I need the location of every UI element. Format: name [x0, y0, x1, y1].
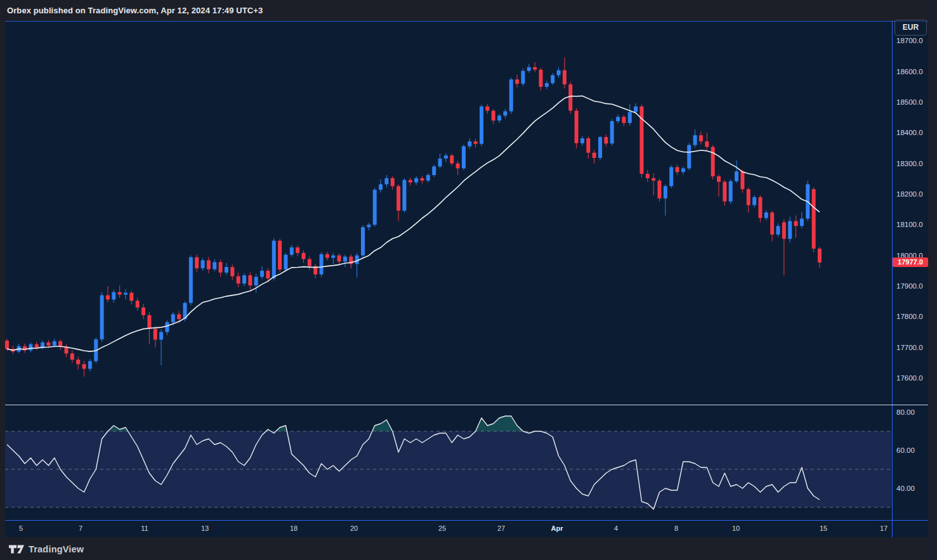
candle-body — [219, 262, 223, 272]
chart-canvas[interactable] — [0, 0, 937, 560]
candle-body — [302, 253, 306, 259]
candle-body — [361, 227, 365, 255]
time-tick-label: 10 — [732, 524, 740, 533]
candle-body — [432, 167, 436, 176]
candle-body — [711, 147, 715, 176]
candle-body — [480, 107, 483, 144]
candle-body — [444, 155, 448, 159]
candle-body — [568, 84, 572, 111]
candle-body — [5, 341, 9, 349]
candle-body — [515, 79, 519, 84]
candle-body — [735, 171, 738, 181]
candle-body — [201, 260, 205, 268]
candle-body — [521, 71, 525, 84]
candle-body — [165, 322, 169, 332]
candle-body — [171, 314, 175, 322]
candle-body — [230, 267, 234, 276]
candle-body — [147, 315, 151, 329]
candle-body — [421, 178, 424, 181]
price-tick-label: 17900.0 — [896, 282, 923, 290]
candle-body — [740, 171, 744, 189]
candle-body — [758, 197, 762, 218]
candle-body — [272, 241, 276, 278]
candle-body — [492, 111, 495, 120]
candle-body — [462, 147, 466, 169]
time-tick-label: 7 — [79, 524, 82, 533]
candle-body — [593, 153, 596, 158]
candle-body — [776, 226, 780, 235]
candle-body — [189, 257, 193, 303]
candle-body — [687, 145, 691, 169]
price-tick-label: 18200.0 — [896, 190, 923, 199]
last-price-label: 17977.0 — [893, 257, 928, 267]
candle-body — [337, 256, 341, 262]
candle-body — [752, 197, 756, 205]
candle-body — [681, 168, 685, 172]
candle-body — [551, 75, 554, 84]
candle-body — [509, 79, 513, 111]
candle-body — [118, 292, 122, 295]
candle-body — [177, 314, 181, 319]
candle-body — [46, 342, 50, 346]
time-axis-border — [5, 520, 928, 521]
candle-body — [213, 262, 216, 269]
candle-body — [266, 271, 270, 278]
candle-body — [402, 180, 406, 211]
candle-body — [325, 254, 329, 258]
candle-body — [485, 107, 489, 111]
candle-body — [367, 225, 370, 227]
candle-body — [438, 159, 442, 167]
candle-body — [260, 271, 264, 277]
time-tick-label: 13 — [201, 524, 209, 533]
rsi-pane[interactable] — [5, 416, 891, 509]
moving-average-line — [7, 96, 820, 351]
candle-body — [195, 257, 199, 268]
pane-separator[interactable] — [5, 405, 928, 405]
candle-body — [426, 175, 430, 181]
candle-body — [800, 219, 804, 226]
candle-body — [474, 141, 478, 144]
time-tick-label: 27 — [497, 524, 505, 533]
candle-body — [225, 267, 228, 273]
candle-body — [669, 167, 673, 186]
candle-body — [747, 189, 750, 205]
candle-body — [639, 107, 643, 174]
time-tick-label: Apr — [551, 524, 563, 533]
time-tick-label: 5 — [19, 524, 23, 533]
candle-body — [646, 174, 650, 178]
candle-body — [705, 141, 709, 147]
price-tick-label: 17600.0 — [896, 374, 923, 382]
candle-body — [658, 181, 662, 199]
candle-body — [70, 353, 74, 360]
tradingview-brand-label[interactable]: TradingView — [29, 544, 84, 554]
price-tick-label: 18700.0 — [896, 36, 923, 45]
candle-body — [503, 112, 507, 116]
candle-body — [527, 67, 531, 71]
candle-body — [373, 190, 377, 225]
candle-body — [628, 112, 632, 123]
candle-body — [610, 121, 614, 143]
rsi-tick-label: 80.00 — [896, 408, 915, 417]
candle-body — [539, 70, 543, 87]
candle-body — [284, 255, 287, 270]
footer-bar: TradingView — [0, 538, 937, 560]
candle-body — [296, 247, 299, 253]
candle-body — [254, 277, 258, 286]
candle-body — [788, 221, 792, 239]
candle-body — [76, 360, 80, 364]
rsi-tick-label: 40.00 — [896, 484, 915, 493]
candle-body — [699, 135, 703, 141]
candle-body — [112, 292, 115, 300]
tradingview-logo-icon[interactable] — [9, 544, 24, 554]
candle-body — [88, 361, 92, 368]
candle-body — [242, 275, 246, 283]
candle-body — [818, 249, 822, 263]
candles-layer[interactable] — [5, 57, 822, 376]
candle-body — [563, 70, 567, 84]
price-tick-label: 18400.0 — [896, 128, 923, 137]
candle-body — [533, 67, 537, 70]
candle-body — [717, 176, 721, 182]
currency-button[interactable]: EUR — [894, 20, 927, 36]
candle-body — [812, 189, 816, 249]
candle-body — [29, 344, 32, 351]
